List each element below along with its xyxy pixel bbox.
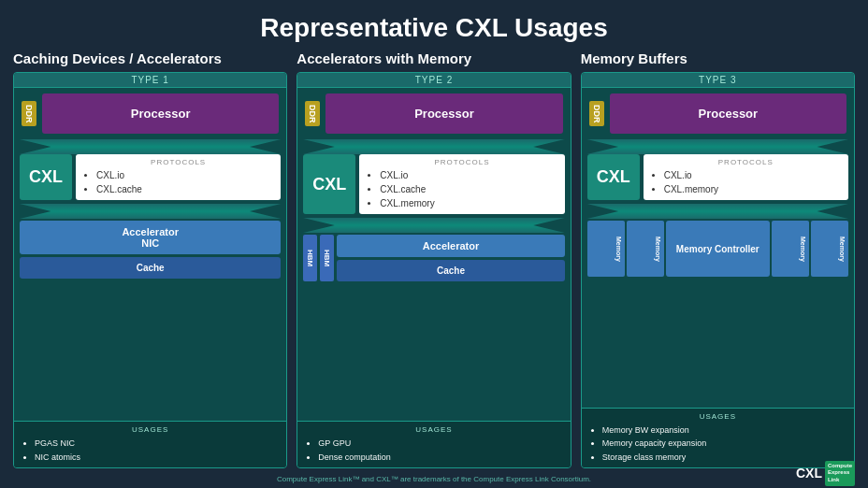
col2-protocol-2: CXL.cache — [380, 182, 557, 196]
col2-usage-1: GP GPU — [318, 437, 562, 450]
col3-processor: Processor — [610, 93, 846, 134]
col1-processor: Processor — [42, 93, 279, 134]
col3-usage-2: Memory capacity expansion — [602, 437, 846, 450]
col3-card: TYPE 3 DDR Processor CXL PROTOCOLS CXL.i… — [581, 72, 855, 468]
col3-mem-stick-1: Memory — [587, 221, 625, 277]
col2-usages-label: USAGES — [305, 425, 562, 434]
cxl-logo: CXL Compute Express Link — [796, 461, 855, 486]
col2-card: TYPE 2 DDR Processor CXL PROTOCOLS CXL.i… — [297, 72, 571, 468]
col2-type-label: TYPE 2 — [297, 73, 570, 88]
cxl-logo-text: CXL — [796, 466, 822, 481]
col3-mem-stick-4: Memory — [811, 221, 848, 277]
col1-processor-row: DDR Processor — [14, 88, 286, 139]
col2-arrow-down2 — [303, 218, 564, 233]
col2-cache: Cache — [337, 260, 564, 281]
col3-type-label: TYPE 3 — [582, 73, 854, 88]
col1-ddr: DDR — [22, 101, 36, 127]
col1-arrow-down — [20, 139, 281, 154]
col1-protocol-2: CXL.cache — [96, 182, 273, 196]
footer-text: Compute Express Link™ and CXL™ are trade… — [13, 471, 855, 485]
col3-arrow-down — [587, 139, 848, 154]
page-wrapper: Representative CXL Usages Caching Device… — [0, 0, 868, 488]
column-3: Memory Buffers TYPE 3 DDR Processor CXL … — [581, 50, 855, 468]
col3-protocols-list: CXL.io CXL.memory — [651, 168, 841, 196]
page-title: Representative CXL Usages — [260, 0, 607, 50]
col1-card: TYPE 1 DDR Processor CXL PROTOCOLS CXL.i… — [13, 72, 287, 468]
col3-protocols-box: PROTOCOLS CXL.io CXL.memory — [644, 154, 848, 200]
col3-usages-section: USAGES Memory BW expansion Memory capaci… — [582, 408, 854, 467]
cxl-logo-sub: Compute Express Link — [825, 461, 855, 486]
col3-usages-label: USAGES — [589, 412, 846, 421]
columns-wrapper: Caching Devices / Accelerators TYPE 1 DD… — [0, 50, 868, 468]
col1-protocols-list: CXL.io CXL.cache — [83, 168, 273, 196]
col3-usage-1: Memory BW expansion — [602, 423, 846, 437]
col3-usages-list: Memory BW expansion Memory capacity expa… — [589, 423, 846, 464]
col1-protocols-title: PROTOCOLS — [83, 158, 273, 166]
col3-memory-row: Memory Memory Memory Controller Memory M… — [587, 221, 848, 277]
col3-processor-row: DDR Processor — [582, 88, 854, 139]
col1-usages-list: PGAS NIC NIC atomics — [22, 437, 279, 464]
col3-protocol-2: CXL.memory — [664, 182, 841, 196]
column-2: Accelerators with Memory TYPE 2 DDR Proc… — [297, 50, 571, 468]
col2-bottom-devices-row: HBM HBM Accelerator Cache — [303, 235, 564, 281]
col2-cxl-section: CXL PROTOCOLS CXL.io CXL.cache CXL.memor… — [303, 154, 564, 214]
col1-protocol-1: CXL.io — [96, 168, 273, 182]
footer: Compute Express Link™ and CXL™ are trade… — [0, 468, 868, 488]
col1-cxl-section: CXL PROTOCOLS CXL.io CXL.cache — [20, 154, 281, 200]
col2-protocol-3: CXL.memory — [380, 196, 557, 210]
col2-protocols-box: PROTOCOLS CXL.io CXL.cache CXL.memory — [359, 154, 564, 214]
column-1: Caching Devices / Accelerators TYPE 1 DD… — [13, 50, 287, 468]
col1-cxl-label: CXL — [20, 154, 72, 200]
col3-mem-stick-2: Memory — [627, 221, 664, 277]
col1-bottom-devices: Accelerator NIC Cache — [20, 221, 281, 279]
col2-accelerator: Accelerator — [337, 235, 564, 257]
col2-arrow-down — [303, 139, 564, 154]
col3-protocols-title: PROTOCOLS — [651, 158, 841, 166]
col1-cache: Cache — [20, 257, 281, 279]
col3-protocol-1: CXL.io — [664, 168, 841, 182]
col1-usage-1: PGAS NIC — [35, 437, 279, 450]
col1-title: Caching Devices / Accelerators — [13, 50, 287, 66]
col2-usage-2: Dense computation — [318, 451, 562, 464]
col2-cxl-label: CXL — [303, 154, 355, 214]
col2-hbm-1: HBM — [303, 235, 317, 281]
col2-protocols-title: PROTOCOLS — [367, 158, 557, 166]
col1-usages-section: USAGES PGAS NIC NIC atomics — [14, 421, 286, 467]
col1-arrow-down2 — [20, 204, 281, 219]
col3-mem-stick-3: Memory — [772, 221, 809, 277]
col3-title: Memory Buffers — [581, 50, 855, 66]
col2-processor: Processor — [326, 93, 562, 134]
col1-type-label: TYPE 1 — [14, 73, 286, 88]
col2-title: Accelerators with Memory — [297, 50, 571, 66]
col2-protocol-1: CXL.io — [380, 168, 557, 182]
col3-arrow-down2 — [587, 204, 848, 219]
col2-acc-cache-col: Accelerator Cache — [337, 235, 564, 281]
col1-usage-2: NIC atomics — [35, 451, 279, 464]
col3-cxl-label: CXL — [587, 154, 640, 200]
col2-protocols-list: CXL.io CXL.cache CXL.memory — [367, 168, 557, 210]
col1-usages-label: USAGES — [22, 425, 279, 434]
col2-usages-section: USAGES GP GPU Dense computation — [297, 421, 570, 467]
col2-hbm-2: HBM — [320, 235, 334, 281]
col3-mem-controller: Memory Controller — [666, 221, 770, 277]
col3-cxl-section: CXL PROTOCOLS CXL.io CXL.memory — [587, 154, 848, 200]
col1-accelerator: Accelerator NIC — [20, 221, 281, 254]
col2-processor-row: DDR Processor — [297, 88, 570, 139]
col3-ddr: DDR — [589, 101, 604, 127]
col2-usages-list: GP GPU Dense computation — [305, 437, 562, 464]
col2-ddr: DDR — [305, 101, 320, 127]
col1-protocols-box: PROTOCOLS CXL.io CXL.cache — [76, 154, 281, 200]
